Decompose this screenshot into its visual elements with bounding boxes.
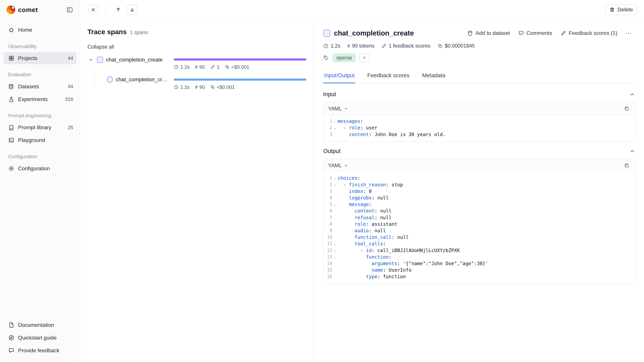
chevron-down-icon[interactable] xyxy=(88,56,94,63)
code-indent xyxy=(338,189,349,194)
yaml-key: tool_calls xyxy=(354,241,383,247)
sidebar-item-documentation[interactable]: Documentation xyxy=(3,319,76,331)
line-number: 12 xyxy=(324,247,332,254)
code-indent xyxy=(338,215,355,220)
sidebar-item-label: Datasets xyxy=(18,83,39,90)
sidebar-item-datasets[interactable]: Datasets 34 xyxy=(3,80,76,92)
input-section-title: Input xyxy=(323,91,336,97)
collapse-all-button[interactable]: Collapse all xyxy=(88,44,114,50)
code-text: audio: null xyxy=(338,227,386,234)
fold-chevron-icon[interactable]: ⌄ xyxy=(332,124,338,131)
add-to-dataset-button[interactable]: Add to dataset xyxy=(464,28,514,39)
input-code: 1⌄messages:2⌄ - role: user3 content: Joh… xyxy=(324,115,636,141)
trace-spans-title-row: Trace spans 1 spans xyxy=(88,28,306,36)
code-line: 14 arguments: '{"name":"John Doe","age":… xyxy=(324,260,636,267)
tokens-metric: # 90 xyxy=(195,64,205,70)
span-row-child[interactable]: chat_completion_create 1.2s # xyxy=(88,76,306,90)
sidebar-item-prompt-library[interactable]: Prompt library 25 xyxy=(3,121,76,134)
previous-trace-button[interactable] xyxy=(113,5,123,14)
chevron-up-icon xyxy=(630,92,635,97)
sidebar-item-count: 34 xyxy=(68,84,73,89)
delete-button[interactable]: Delete xyxy=(605,4,638,15)
span-row-label-area: chat_completion_create xyxy=(88,76,174,83)
tokens-stat: # 90 tokens xyxy=(347,43,374,49)
feedback-scores-button[interactable]: Feedback scores (1) xyxy=(557,28,621,39)
sidebar-item-quickstart-guide[interactable]: Quickstart guide xyxy=(3,332,76,344)
code-indent xyxy=(338,234,355,240)
code-line: 11⌄ tool_calls: xyxy=(324,241,636,247)
fold-chevron-icon[interactable]: ⌄ xyxy=(332,118,338,124)
tag-icon xyxy=(323,55,329,61)
code-line: 10 function_call: null xyxy=(324,234,636,241)
span-timeline-area: 1.2s # 90 <$0.001 xyxy=(174,76,306,90)
yaml-value: : null xyxy=(392,234,409,240)
sidebar-item-configuration[interactable]: Configuration xyxy=(3,162,76,175)
coins-icon xyxy=(210,85,215,89)
comet-logo[interactable]: comet xyxy=(6,5,38,14)
code-text: name: UserInfo xyxy=(338,267,412,273)
sidebar-item-home[interactable]: Home xyxy=(3,24,76,36)
tab-metadata[interactable]: Metadata xyxy=(422,68,446,83)
book-icon xyxy=(8,124,14,131)
input-section-header[interactable]: Input xyxy=(323,85,636,102)
sidebar-item-experiments[interactable]: Experiments 316 xyxy=(3,93,76,105)
trace-spans-panel: Trace spans 1 spans Collapse all chat_co… xyxy=(80,20,314,362)
chat-span-icon xyxy=(107,76,113,83)
tab-feedback-scores[interactable]: Feedback scores xyxy=(366,68,410,83)
tree-connector-line xyxy=(94,68,94,85)
sidebar-collapse-button[interactable] xyxy=(66,5,74,14)
output-section-title: Output xyxy=(323,148,340,154)
code-text: choices: xyxy=(338,175,360,181)
next-trace-button[interactable] xyxy=(127,5,137,14)
fold-chevron-icon[interactable]: ⌄ xyxy=(332,175,338,181)
sidebar-item-playground[interactable]: Playground xyxy=(3,134,76,146)
arrow-down-icon xyxy=(129,7,135,12)
span-title: chat_completion_create xyxy=(334,29,414,37)
fold-chevron-icon[interactable]: ⌄ xyxy=(332,241,338,247)
line-number: 7 xyxy=(324,214,332,221)
ellipsis-icon: ⋯ xyxy=(626,29,632,37)
sidebar-item-projects[interactable]: Projects 44 xyxy=(3,52,76,64)
fold-chevron-icon[interactable]: ⌄ xyxy=(332,182,338,188)
comments-button[interactable]: Comments xyxy=(514,28,556,39)
add-tag-button[interactable]: + xyxy=(359,53,370,62)
copy-button[interactable] xyxy=(622,103,632,114)
copy-button[interactable] xyxy=(622,160,632,171)
yaml-value: : '{"name":"John Doe","age":30}' xyxy=(397,261,488,266)
output-section-header[interactable]: Output xyxy=(323,142,636,159)
sidebar-item-count: 25 xyxy=(68,125,73,130)
span-duration-bar xyxy=(174,79,306,81)
span-row-root[interactable]: chat_completion_create 1.2s # xyxy=(88,56,306,70)
format-select[interactable]: YAML xyxy=(328,163,348,168)
fold-chevron-icon[interactable]: ⌄ xyxy=(332,254,338,260)
code-text: message: xyxy=(338,201,372,208)
more-actions-button[interactable]: ⋯ xyxy=(622,27,636,39)
yaml-value: : null xyxy=(369,228,386,233)
code-text: arguments: '{"name":"John Doe","age":30}… xyxy=(338,260,488,267)
sidebar-item-label: Home xyxy=(18,27,32,33)
code-indent: - xyxy=(338,248,366,253)
yaml-value: : xyxy=(358,175,360,181)
yaml-key: function_call xyxy=(354,234,392,240)
line-number: 1 xyxy=(324,118,332,124)
chevron-down-icon xyxy=(344,163,348,168)
yaml-key: role xyxy=(349,125,360,131)
sidebar-item-provide-feedback[interactable]: Provide feedback xyxy=(3,345,76,357)
code-line: 8 role: assistant xyxy=(324,221,636,227)
input-code-toolbar: YAML xyxy=(324,102,636,115)
feedback-bubble-icon xyxy=(8,348,14,354)
fold-chevron-icon[interactable]: ⌄ xyxy=(332,201,338,207)
close-button[interactable] xyxy=(88,5,98,14)
arrow-up-icon xyxy=(116,7,121,12)
duration-metric: 1.2s xyxy=(174,64,190,70)
tag-openai[interactable]: openai xyxy=(332,53,356,62)
tab-input-output[interactable]: Input/Output xyxy=(323,68,355,83)
line-number: 10 xyxy=(324,234,332,241)
fold-chevron-icon[interactable]: ⌄ xyxy=(332,247,338,253)
tokens-metric: # 90 xyxy=(195,84,205,90)
yaml-key: messages xyxy=(338,118,360,124)
format-select[interactable]: YAML xyxy=(328,106,348,112)
code-line: 5⌄ message: xyxy=(324,201,636,208)
content-area: Trace spans 1 spans Collapse all chat_co… xyxy=(80,20,644,362)
yaml-key: role xyxy=(354,221,366,227)
